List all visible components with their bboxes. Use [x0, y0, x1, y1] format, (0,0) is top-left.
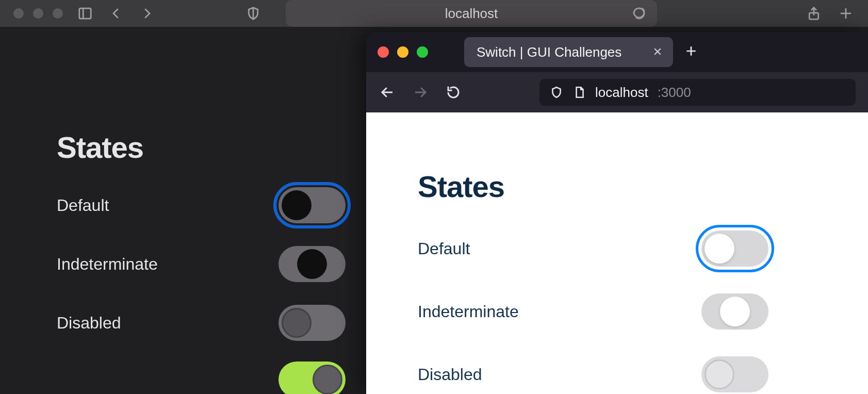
tab-title: Switch | GUI Challenges	[477, 44, 621, 60]
state-row-disabled-checked	[57, 362, 346, 394]
state-row-indeterminate: Indeterminate	[57, 246, 346, 282]
shield-icon[interactable]	[550, 86, 563, 99]
switch-disabled-checked	[279, 362, 346, 394]
safari-minimize-button[interactable]	[33, 8, 43, 19]
back-icon[interactable]	[107, 5, 125, 22]
safari-close-button[interactable]	[13, 8, 24, 19]
shield-icon[interactable]	[244, 5, 262, 22]
address-host: localhost	[595, 85, 648, 101]
firefox-tabbar: Switch | GUI Challenges	[366, 32, 868, 72]
forward-icon[interactable]	[138, 5, 156, 22]
state-row-default: Default	[57, 187, 346, 223]
reload-icon[interactable]	[630, 5, 648, 22]
safari-toolbar: localhost	[0, 0, 868, 27]
state-row-disabled: Disabled	[418, 356, 768, 392]
sidebar-icon[interactable]	[76, 5, 94, 22]
firefox-traffic-lights	[378, 46, 428, 58]
state-row-disabled: Disabled	[57, 305, 346, 341]
safari-address-bar[interactable]: localhost	[286, 0, 657, 27]
state-label: Indeterminate	[57, 255, 158, 274]
close-icon[interactable]	[652, 44, 663, 60]
safari-maximize-button[interactable]	[53, 8, 63, 19]
switch-default[interactable]	[279, 187, 346, 223]
firefox-address-bar[interactable]: localhost:3000	[539, 79, 856, 106]
browser-tab[interactable]: Switch | GUI Challenges	[464, 37, 673, 67]
firefox-page-content: States Default Indeterminate Disabled	[366, 112, 868, 394]
switch-indeterminate[interactable]	[279, 246, 346, 282]
svg-rect-0	[79, 8, 91, 19]
state-label: Disabled	[418, 365, 482, 384]
switch-disabled	[279, 305, 346, 341]
state-label: Disabled	[57, 314, 121, 333]
switch-indeterminate[interactable]	[701, 293, 768, 330]
firefox-window: Switch | GUI Challenges localhost:3000	[366, 32, 868, 394]
page-title: States	[418, 169, 868, 204]
safari-address-text: localhost	[445, 6, 498, 22]
state-row-default: Default	[418, 231, 768, 267]
firefox-close-button[interactable]	[378, 46, 389, 58]
firefox-toolbar: localhost:3000	[366, 72, 868, 112]
switch-default[interactable]	[701, 231, 768, 267]
firefox-minimize-button[interactable]	[397, 46, 408, 58]
address-port: :3000	[658, 85, 691, 101]
state-label: Default	[57, 196, 109, 215]
forward-icon	[412, 84, 429, 101]
share-icon[interactable]	[805, 5, 823, 22]
back-icon[interactable]	[379, 84, 396, 101]
document-icon	[572, 86, 586, 99]
new-tab-button[interactable]	[684, 44, 698, 60]
firefox-maximize-button[interactable]	[417, 46, 428, 58]
reload-icon[interactable]	[445, 84, 462, 101]
safari-traffic-lights	[13, 8, 63, 19]
switch-disabled	[701, 356, 768, 392]
state-label: Indeterminate	[418, 302, 519, 321]
new-tab-icon[interactable]	[837, 5, 855, 22]
state-row-indeterminate: Indeterminate	[418, 293, 768, 330]
state-label: Default	[418, 239, 470, 258]
